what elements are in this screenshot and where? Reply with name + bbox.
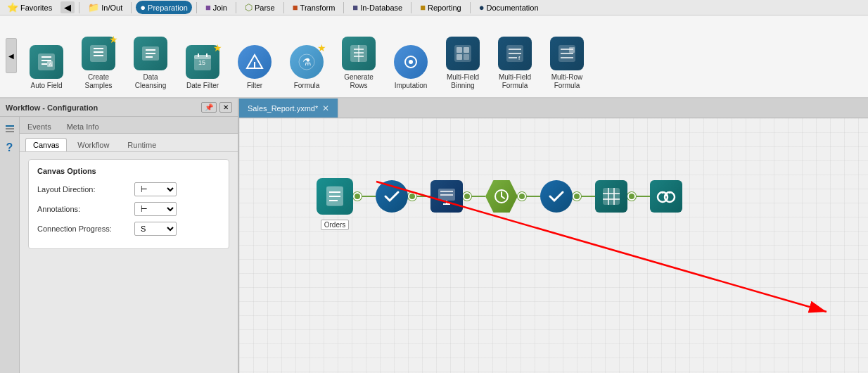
- tool-formula[interactable]: ⚗ ★ Formula: [281, 42, 332, 93]
- left-side-buttons: ?: [0, 117, 20, 373]
- tool-datefilter[interactable]: 15 ★ Date Filter: [177, 42, 228, 93]
- options-title: Canvas Options: [37, 167, 220, 175]
- svg-line-56: [502, 196, 504, 198]
- node-check1[interactable]: [376, 180, 408, 213]
- toolbar-favorites[interactable]: ⭐ Favorites: [3, 1, 56, 14]
- subtab-workflow[interactable]: Workflow: [70, 138, 117, 151]
- datacleansing-icon: [134, 37, 167, 70]
- nav-back-button[interactable]: ◀: [60, 1, 75, 13]
- tool-autofield[interactable]: A Auto Field: [21, 42, 72, 93]
- node-binoculars-icon: [650, 180, 682, 213]
- svg-rect-32: [464, 47, 469, 53]
- separator8: [470, 2, 471, 13]
- svg-text:⚗: ⚗: [302, 56, 312, 68]
- connector-line6: [636, 196, 650, 197]
- formula-label: Formula: [294, 82, 320, 90]
- toolbar-parse[interactable]: ⬡ Parse: [241, 1, 279, 14]
- workflow-nodes: Orders: [317, 178, 682, 215]
- tool-icon-button[interactable]: [3, 122, 17, 137]
- subtab-canvas[interactable]: Canvas: [25, 138, 67, 151]
- toolbar-inout[interactable]: 📁 In/Out: [84, 1, 127, 14]
- tool-datacleansing[interactable]: DataCleansing: [125, 34, 176, 93]
- datefilter-icon: 15 ★: [186, 45, 219, 79]
- node-input-icon: [317, 178, 353, 215]
- connection-option-row: Connection Progress: S L: [37, 222, 220, 236]
- pin-button[interactable]: 📌: [201, 102, 217, 113]
- canvas-content[interactable]: Orders: [239, 118, 868, 373]
- main-toolbar: ⭐ Favorites ◀ 📁 In/Out ● Preparation ■ J…: [0, 0, 868, 15]
- inout-label: In/Out: [101, 4, 122, 12]
- favorites-label: Favorites: [20, 4, 52, 12]
- subtabs: Canvas Workflow Runtime: [20, 134, 238, 152]
- node-clock-icon: [485, 180, 518, 213]
- tool-generaterows[interactable]: GenerateRows: [333, 34, 384, 93]
- tool-multirowform[interactable]: Multi-RowFormula: [542, 34, 592, 93]
- imputation-icon: [394, 45, 428, 79]
- toolbar-join[interactable]: ■ Join: [201, 1, 231, 14]
- toolbar-transform[interactable]: ■ Transform: [288, 1, 340, 14]
- subtab-runtime[interactable]: Runtime: [120, 138, 164, 151]
- transform-label: Transform: [300, 4, 336, 12]
- separator3: [196, 2, 197, 13]
- svg-rect-34: [464, 54, 469, 60]
- tool-imputation[interactable]: Imputation: [385, 42, 436, 93]
- toolbar-documentation[interactable]: ● Documentation: [475, 1, 543, 14]
- toolbar-preparation[interactable]: ● Preparation: [136, 1, 192, 14]
- close-panel-button[interactable]: ✕: [219, 102, 232, 113]
- connector-line5: [581, 196, 595, 197]
- filter-label: Filter: [247, 82, 262, 90]
- panel-title: Workflow - Configuration: [6, 103, 98, 112]
- panel-controls: 📌 ✕: [201, 102, 232, 113]
- svg-rect-57: [603, 188, 620, 205]
- connector-dot2: [408, 192, 416, 201]
- tool-filter[interactable]: Filter: [229, 42, 280, 93]
- annotations-select[interactable]: ⊢ ↓: [134, 202, 177, 216]
- connector-dot4: [518, 192, 526, 201]
- tab-metainfo[interactable]: Meta Info: [59, 120, 107, 133]
- node-input[interactable]: Orders: [317, 178, 353, 215]
- annotations-option-row: Annotations: ⊢ ↓: [37, 202, 220, 216]
- svg-text:A: A: [49, 61, 53, 68]
- node-binoculars[interactable]: [650, 180, 682, 213]
- svg-point-29: [409, 60, 413, 64]
- connection-label: Connection Progress:: [37, 225, 129, 233]
- tool-createsamples[interactable]: ★ CreateSamples: [73, 34, 124, 93]
- createsamples-icon: ★: [82, 37, 115, 70]
- config-panel: Events Meta Info Canvas Workflow Runtime: [20, 117, 238, 373]
- node-screen[interactable]: [430, 180, 463, 213]
- annotations-label: Annotations:: [37, 205, 129, 213]
- toolbar-indatabase[interactable]: ■ In-Database: [348, 1, 407, 14]
- node-grid-icon: [595, 180, 627, 213]
- reporting-label: Reporting: [428, 4, 461, 12]
- tab-close-button[interactable]: ✕: [322, 103, 329, 113]
- svg-rect-6: [90, 45, 107, 62]
- multifieldform-label: Multi-FieldFormula: [499, 73, 531, 90]
- multifieldform-icon: f: [498, 37, 532, 70]
- canvas-options-panel: Canvas Options Layout Direction: ⊢ ↓ Ann…: [20, 152, 238, 256]
- strip-nav-left: ◀: [6, 18, 20, 93]
- separator5: [283, 2, 284, 13]
- star-badge: ★: [109, 34, 118, 45]
- star-icon: ⭐: [7, 2, 18, 13]
- node-check1-icon: [376, 180, 408, 213]
- tool-multifieldform[interactable]: f Multi-FieldFormula: [490, 34, 540, 93]
- toolbar-reporting[interactable]: ■ Reporting: [416, 1, 466, 14]
- node-clock[interactable]: [485, 180, 518, 213]
- tab-label: Sales_Report.yxmd*: [248, 104, 318, 113]
- active-tab[interactable]: Sales_Report.yxmd* ✕: [239, 99, 338, 118]
- tool-multifieldbin[interactable]: Multi-FieldBinning: [438, 34, 488, 93]
- workflow-canvas: Orders: [239, 118, 868, 373]
- strip-nav-button[interactable]: ◀: [6, 38, 17, 73]
- connector-dot3: [463, 192, 471, 201]
- connection-select[interactable]: S L: [134, 222, 177, 236]
- node-grid[interactable]: [595, 180, 627, 213]
- question-button[interactable]: ?: [3, 141, 17, 155]
- tab-events[interactable]: Events: [20, 120, 59, 133]
- separator7: [411, 2, 411, 13]
- documentation-icon: ●: [479, 2, 485, 13]
- node-check2[interactable]: [540, 180, 573, 213]
- reporting-icon: ■: [420, 2, 426, 13]
- layout-select[interactable]: ⊢ ↓: [134, 182, 177, 196]
- options-group: Canvas Options Layout Direction: ⊢ ↓ Ann…: [28, 159, 229, 249]
- autofield-icon: A: [30, 45, 63, 79]
